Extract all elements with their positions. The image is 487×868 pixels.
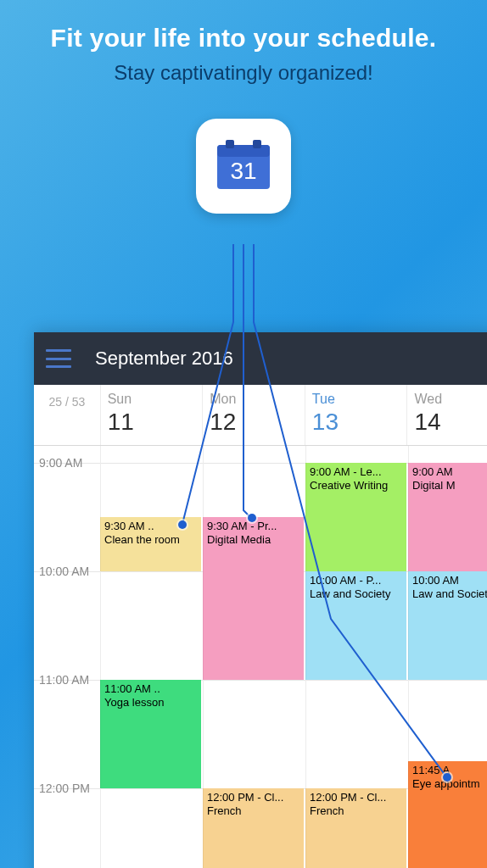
day-number: 13 [312,409,400,436]
event-title: Creative Writing [310,479,403,492]
app-icon: 31 [196,119,291,214]
event-time: 12:00 PM - Cl... [310,791,403,804]
event-title: Law and Society [310,587,403,601]
event-time: 12:00 PM - Cl... [207,791,300,804]
hour-label: 10:00 AM [39,565,89,578]
day-header-wed[interactable]: Wed 14 [406,385,487,445]
event-title: Law and Society [412,587,487,601]
event-time: 9:00 AM [412,465,487,479]
app-icon-day: 31 [230,158,256,184]
calendar-title: September 2016 [95,348,233,370]
event-title: Yoga lesson [104,696,198,709]
day-number: 14 [414,409,487,436]
calendar-event[interactable]: 11:00 AM ..Yoga lesson [100,680,201,788]
hour-label: 9:00 AM [39,456,82,470]
connector-dot [178,520,187,529]
day-number: 11 [108,409,196,436]
event-title: French [207,804,300,818]
svg-rect-3 [253,140,261,148]
calendar-event[interactable]: 12:00 PM - Cl...French [305,788,406,868]
day-name: Tue [312,392,400,407]
calendar-event[interactable]: 9:00 AMDigital M [408,463,487,571]
event-title: Digital M [412,479,487,492]
hero-title: Fit your life into your schedule. [0,24,487,53]
day-name: Sun [108,392,196,407]
hamburger-menu-icon[interactable] [46,349,71,368]
day-number: 12 [210,409,298,436]
hour-label: 12:00 PM [39,782,90,795]
calendar-event[interactable]: 10:00 AMLaw and Society [408,571,487,680]
hero-subtitle: Stay captivatingly organized! [0,61,487,85]
svg-rect-2 [226,140,234,148]
day-name: Wed [414,392,487,407]
calendar-header: September 2016 [34,332,487,385]
grid-vline [100,446,101,868]
event-title: Digital Media [207,533,300,547]
event-time: 9:00 AM - Le... [310,465,403,479]
day-header-sun[interactable]: Sun 11 [100,385,203,445]
calendar-event[interactable]: 9:30 AM - Pr...Digital Media [203,517,304,680]
week-label: 25 / 53 [34,385,100,445]
day-header-mon[interactable]: Mon 12 [202,385,305,445]
day-header-row: 25 / 53 Sun 11 Mon 12 Tue 13 Wed 14 [34,385,487,446]
event-title: French [310,804,403,818]
svg-rect-1 [217,145,270,157]
hour-label: 11:00 AM [39,673,89,687]
calendar-card: September 2016 25 / 53 Sun 11 Mon 12 Tue… [34,332,487,868]
event-title: Clean the room [104,533,198,547]
calendar-grid[interactable]: 9:00 AM10:00 AM11:00 AM12:00 PM9:30 AM .… [34,446,487,868]
event-time: 10:00 AM [412,574,487,587]
day-name: Mon [210,392,298,407]
event-time: 10:00 AM - P... [310,574,403,587]
calendar-icon: 31 [214,136,273,196]
calendar-event[interactable]: 9:00 AM - Le...Creative Writing [305,463,406,571]
event-time: 11:00 AM .. [104,682,198,696]
day-header-tue[interactable]: Tue 13 [305,385,407,445]
connector-dot [443,773,451,782]
calendar-event[interactable]: 10:00 AM - P...Law and Society [305,571,406,680]
connector-dot [248,514,256,522]
calendar-event[interactable]: 12:00 PM - Cl...French [203,788,304,868]
